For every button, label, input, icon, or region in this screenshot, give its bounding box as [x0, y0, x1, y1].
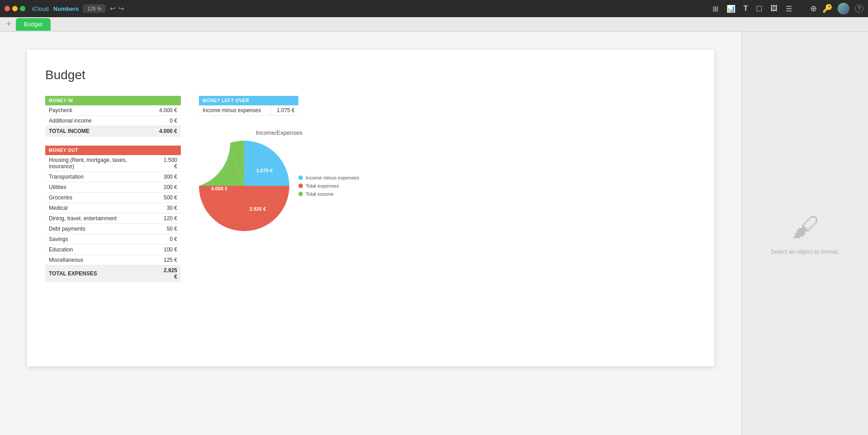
text-icon[interactable]: T: [744, 5, 748, 13]
right-column: MONEY LEFT OVER Income minus expenses1.0…: [199, 96, 359, 231]
row-value: 4.000 €: [135, 105, 181, 116]
money-out-row: Education100 €: [45, 245, 181, 255]
row-value: 100 €: [156, 245, 181, 255]
pie-chart: 4.000 € 1.075 € 2.925 €: [199, 141, 289, 231]
minimize-btn[interactable]: [12, 6, 18, 11]
chart-area: 4.000 € 1.075 € 2.925 € Income minus exp…: [199, 141, 359, 231]
redo-button[interactable]: ↪: [118, 5, 124, 13]
row-label: Income minus expenses: [199, 105, 271, 116]
row-label: Debt payments: [45, 224, 156, 234]
chart-icon[interactable]: 📊: [726, 5, 736, 13]
table-icon[interactable]: ⊞: [712, 5, 718, 13]
sheet: Budget MONEY IN Paycheck4.000 €Additiona…: [27, 50, 714, 366]
row-label: Housing (Rent, mortgage, taxes, insuranc…: [45, 155, 156, 172]
money-in-header: MONEY IN: [45, 96, 181, 105]
format-brush-icon: 🖌: [792, 212, 819, 243]
money-out-row: Savings0 €: [45, 234, 181, 245]
row-value: 300 €: [156, 172, 181, 182]
help-icon[interactable]: ?: [855, 5, 863, 13]
row-value: 120 €: [156, 213, 181, 224]
tables-row: MONEY IN Paycheck4.000 €Additional incom…: [45, 96, 696, 282]
chart-legend: Income minus expensesTotal expensesTotal…: [298, 175, 359, 197]
undo-button[interactable]: ↩: [110, 5, 116, 13]
format-label: Select an object to format.: [771, 248, 839, 255]
money-out-row: Miscellaneous125 €: [45, 255, 181, 265]
money-in-table: MONEY IN Paycheck4.000 €Additional incom…: [45, 96, 181, 137]
add-tab-button[interactable]: +: [4, 19, 14, 29]
left-column: MONEY IN Paycheck4.000 €Additional incom…: [45, 96, 181, 282]
legend-label: Income minus expenses: [306, 175, 359, 180]
row-label: Paycheck: [45, 105, 135, 116]
money-left-header: MONEY LEFT OVER: [199, 96, 298, 105]
row-label: Medical: [45, 203, 156, 213]
canvas: Budget MONEY IN Paycheck4.000 €Additiona…: [0, 32, 741, 435]
total-income-row: TOTAL INCOME 4.000 €: [45, 126, 181, 137]
legend-dot: [298, 192, 303, 196]
row-label: Transportation: [45, 172, 156, 182]
right-panel: 🖌 Select an object to format.: [741, 32, 868, 435]
undo-redo-group[interactable]: ↩ ↪: [110, 5, 124, 13]
row-value: 0 €: [156, 234, 181, 245]
row-value: 1.075 €: [271, 105, 298, 116]
row-label: Groceries: [45, 193, 156, 203]
brand-numbers: Numbers: [53, 5, 79, 12]
money-in-row: Additional income0 €: [45, 116, 181, 126]
window-controls[interactable]: [5, 6, 25, 11]
legend-item: Income minus expenses: [298, 175, 359, 180]
tab-budget[interactable]: Budget: [16, 18, 51, 31]
user-avatar[interactable]: [838, 3, 849, 14]
money-in-row: Paycheck4.000 €: [45, 105, 181, 116]
row-label: Savings: [45, 234, 156, 245]
shape-icon[interactable]: ☐: [756, 5, 762, 13]
chart-title: Income/Expenses: [199, 129, 359, 136]
row-label: Miscellaneous: [45, 255, 156, 265]
page-title: Budget: [45, 68, 696, 82]
money-out-row: Debt payments50 €: [45, 224, 181, 234]
total-income-label: TOTAL INCOME: [45, 126, 135, 137]
legend-item: Total income: [298, 191, 359, 197]
legend-item: Total expenses: [298, 183, 359, 189]
chart-label-income: 4.000 €: [211, 186, 228, 191]
money-left-row: Income minus expenses1.075 €: [199, 105, 298, 116]
image-icon[interactable]: 🖼: [770, 5, 778, 13]
media-icon[interactable]: ☰: [786, 5, 792, 13]
total-expenses-row: TOTAL EXPENSES 2.925 €: [45, 265, 181, 282]
zoom-control[interactable]: 125 %: [83, 5, 105, 13]
toolbar-right: ⊕ 🔑 ?: [810, 3, 863, 14]
row-value: 125 €: [156, 255, 181, 265]
row-label: Additional income: [45, 116, 135, 126]
row-label: Education: [45, 245, 156, 255]
close-btn[interactable]: [5, 6, 10, 11]
money-out-header: MONEY OUT: [45, 146, 181, 155]
slice-left-over: [244, 141, 289, 186]
row-value: 30 €: [156, 203, 181, 213]
money-out-row: Groceries500 €: [45, 193, 181, 203]
money-out-row: Housing (Rent, mortgage, taxes, insuranc…: [45, 155, 181, 172]
chart-label-left: 1.075 €: [256, 168, 273, 173]
row-value: 50 €: [156, 224, 181, 234]
money-left-table: MONEY LEFT OVER Income minus expenses1.0…: [199, 96, 298, 116]
collab-icon[interactable]: ⊕: [810, 4, 817, 14]
toolbar-icons[interactable]: ⊞ 📊 T ☐ 🖼 ☰: [712, 5, 793, 13]
money-out-row: Medical30 €: [45, 203, 181, 213]
slice-expenses: [199, 186, 289, 231]
row-value: 500 €: [156, 193, 181, 203]
main-layout: Budget MONEY IN Paycheck4.000 €Additiona…: [0, 32, 868, 435]
legend-dot: [298, 175, 303, 180]
chart-label-expenses: 2.925 €: [250, 206, 266, 212]
settings-icon[interactable]: 🔑: [822, 4, 832, 14]
row-value: 0 €: [135, 116, 181, 126]
money-out-row: Utilities200 €: [45, 182, 181, 193]
row-label: Dining, travel, entertainment: [45, 213, 156, 224]
legend-dot: [298, 184, 303, 188]
money-out-table: MONEY OUT Housing (Rent, mortgage, taxes…: [45, 146, 181, 282]
topbar: iCloud Numbers 125 % ↩ ↪ ⊞ 📊 T ☐ 🖼 ☰ ⊕ 🔑…: [0, 0, 868, 17]
chart-container: Income/Expenses: [199, 129, 359, 231]
brand-icloud: iCloud: [32, 5, 49, 12]
money-out-row: Transportation300 €: [45, 172, 181, 182]
tabbar: + Budget: [0, 17, 868, 32]
row-value: 200 €: [156, 182, 181, 193]
fullscreen-btn[interactable]: [20, 6, 25, 11]
row-value: 1.500 €: [156, 155, 181, 172]
total-income-value: 4.000 €: [135, 126, 181, 137]
